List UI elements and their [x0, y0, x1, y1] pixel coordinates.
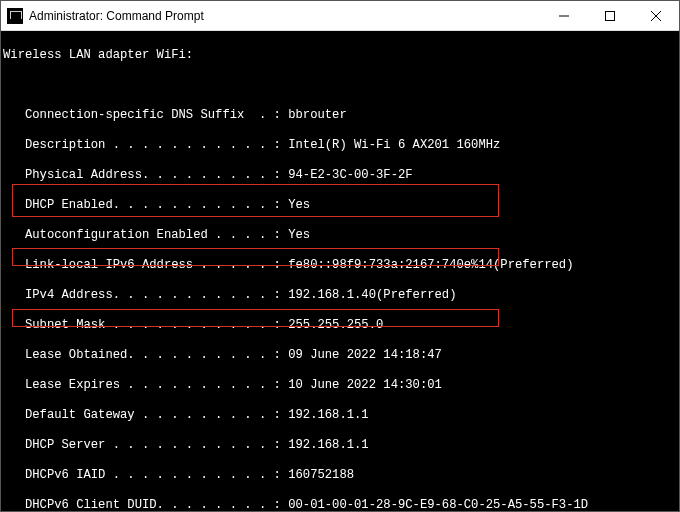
output-line: IPv4 Address. . . . . . . . . . . : 192.…	[3, 288, 676, 303]
output-line: Lease Expires . . . . . . . . . . : 10 J…	[3, 378, 676, 393]
maximize-button[interactable]	[587, 1, 633, 31]
console-output[interactable]: Wireless LAN adapter WiFi: Connection-sp…	[1, 31, 679, 511]
titlebar[interactable]: Administrator: Command Prompt	[1, 1, 679, 31]
output-line: DHCPv6 IAID . . . . . . . . . . . : 1607…	[3, 468, 676, 483]
output-line: Physical Address. . . . . . . . . : 94-E…	[3, 168, 676, 183]
minimize-button[interactable]	[541, 1, 587, 31]
output-line: Autoconfiguration Enabled . . . . : Yes	[3, 228, 676, 243]
svg-rect-1	[606, 11, 615, 20]
section-header: Wireless LAN adapter WiFi:	[3, 48, 676, 63]
output-line: Connection-specific DNS Suffix . : bbrou…	[3, 108, 676, 123]
output-line: Link-local IPv6 Address . . . . . : fe80…	[3, 258, 676, 273]
close-button[interactable]	[633, 1, 679, 31]
output-line: Lease Obtained. . . . . . . . . . : 09 J…	[3, 348, 676, 363]
window-title: Administrator: Command Prompt	[29, 9, 541, 23]
output-line: Default Gateway . . . . . . . . . : 192.…	[3, 408, 676, 423]
output-line: Description . . . . . . . . . . . : Inte…	[3, 138, 676, 153]
output-line: DHCP Server . . . . . . . . . . . : 192.…	[3, 438, 676, 453]
cmd-icon	[7, 8, 23, 24]
cmd-window: Administrator: Command Prompt Wireless L…	[0, 0, 680, 512]
output-line: DHCPv6 Client DUID. . . . . . . . : 00-0…	[3, 498, 676, 511]
output-line: Subnet Mask . . . . . . . . . . . : 255.…	[3, 318, 676, 333]
output-line: DHCP Enabled. . . . . . . . . . . : Yes	[3, 198, 676, 213]
